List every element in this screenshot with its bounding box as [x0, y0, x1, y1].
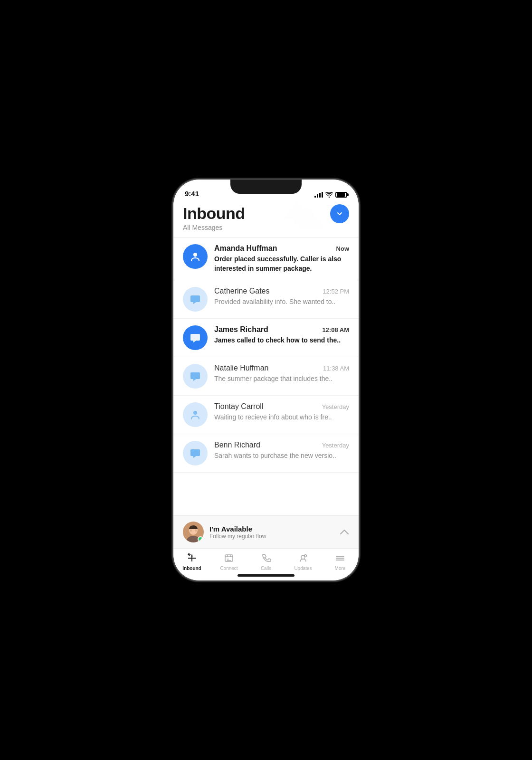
phone-screen: 9:41	[173, 180, 359, 580]
availability-text: I'm Available Follow my regular flow	[209, 525, 340, 540]
message-preview: The summer package that includes the..	[214, 374, 349, 384]
status-icons	[314, 192, 347, 198]
calls-icon	[260, 552, 272, 564]
message-time: Yesterday	[322, 442, 349, 449]
online-status-dot	[198, 536, 203, 542]
contact-name: Benn Richard	[214, 441, 260, 449]
header-dropdown-button[interactable]	[330, 204, 349, 223]
tab-updates[interactable]: Updates	[285, 552, 322, 571]
inbound-icon	[186, 552, 198, 564]
svg-point-5	[193, 411, 197, 415]
message-content: Benn Richard Yesterday Sarah wants to pu…	[214, 441, 349, 461]
wifi-icon	[325, 192, 333, 198]
message-preview: Waiting to recieve info about who is fre…	[214, 413, 349, 422]
avatar	[183, 402, 208, 427]
list-item[interactable]: Tiontay Carroll Yesterday Waiting to rec…	[173, 396, 359, 434]
avatar	[183, 441, 208, 466]
tab-more[interactable]: More	[322, 552, 359, 571]
messages-list: Amanda Huffman Now Order placed successf…	[173, 238, 359, 515]
availability-sub: Follow my regular flow	[209, 533, 340, 540]
chevron-up-icon[interactable]	[340, 529, 349, 535]
message-time: Yesterday	[322, 403, 349, 410]
avatar	[183, 287, 208, 312]
tab-label-inbound: Inbound	[182, 566, 201, 571]
more-icon	[334, 552, 346, 564]
tab-label-connect: Connect	[220, 566, 238, 571]
svg-point-4	[194, 256, 196, 257]
tab-calls[interactable]: Calls	[247, 552, 285, 571]
home-indicator	[238, 574, 294, 577]
tab-label-calls: Calls	[261, 566, 271, 571]
updates-icon	[297, 552, 309, 564]
signal-bars-icon	[314, 192, 323, 198]
header-watermark	[283, 200, 330, 238]
status-time: 9:41	[185, 190, 199, 198]
message-content: Amanda Huffman Now Order placed successf…	[214, 244, 349, 273]
contact-name: Catherine Gates	[214, 287, 270, 295]
tab-label-more: More	[335, 566, 346, 571]
message-time: 11:38 AM	[323, 365, 349, 372]
list-item[interactable]: James Richard 12:08 AM James called to c…	[173, 319, 359, 357]
message-content: Natalie Huffman 11:38 AM The summer pack…	[214, 364, 349, 384]
phone-frame: 9:41	[173, 180, 359, 580]
message-time: 12:52 PM	[323, 288, 349, 295]
tab-connect[interactable]: Connect	[210, 552, 247, 571]
availability-status: I'm Available	[209, 525, 340, 533]
list-item[interactable]: Benn Richard Yesterday Sarah wants to pu…	[173, 434, 359, 473]
contact-name: Natalie Huffman	[214, 364, 268, 372]
avatar	[183, 325, 208, 350]
message-preview: Provided availability info. She wanted t…	[214, 297, 349, 307]
message-preview: Sarah wants to purchase the new versio..	[214, 451, 349, 461]
message-content: Catherine Gates 12:52 PM Provided availa…	[214, 287, 349, 307]
avatar	[183, 244, 208, 269]
svg-point-9	[190, 530, 192, 532]
availability-bar[interactable]: I'm Available Follow my regular flow	[173, 515, 359, 548]
notch	[230, 180, 302, 194]
message-preview: Order placed successfully. Caller is als…	[214, 255, 349, 273]
message-content: James Richard 12:08 AM James called to c…	[214, 325, 349, 345]
list-item[interactable]: Natalie Huffman 11:38 AM The summer pack…	[173, 357, 359, 396]
avatar	[183, 364, 208, 389]
message-time: Now	[336, 245, 349, 252]
list-item[interactable]: Catherine Gates 12:52 PM Provided availa…	[173, 280, 359, 319]
svg-point-10	[195, 530, 197, 532]
header: Inbound All Messages	[173, 200, 359, 237]
contact-name: Tiontay Carroll	[214, 402, 263, 411]
tab-label-updates: Updates	[294, 566, 312, 571]
list-item[interactable]: Amanda Huffman Now Order placed successf…	[173, 238, 359, 280]
contact-name: James Richard	[214, 325, 268, 334]
message-content: Tiontay Carroll Yesterday Waiting to rec…	[214, 402, 349, 422]
battery-icon	[335, 192, 347, 198]
tab-inbound[interactable]: Inbound	[173, 552, 210, 571]
connect-icon	[223, 552, 235, 564]
message-time: 12:08 AM	[322, 326, 349, 333]
message-preview: James called to check how to send the..	[214, 336, 349, 345]
contact-name: Amanda Huffman	[214, 244, 277, 253]
avatar	[183, 522, 204, 542]
